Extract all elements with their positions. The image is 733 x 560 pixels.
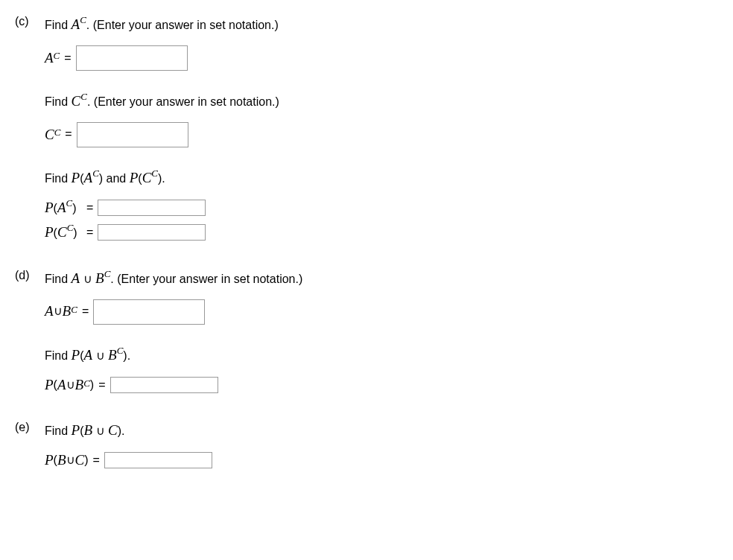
text: Find <box>45 424 72 437</box>
text: Find <box>45 95 72 108</box>
union: ∪ <box>80 273 95 285</box>
paren: ). <box>123 349 130 362</box>
input-pcc[interactable] <box>98 224 206 241</box>
var-P: P <box>72 422 80 438</box>
paren: ) <box>84 453 88 468</box>
part-c: (c) Find AC. (Enter your answer in set n… <box>15 15 718 263</box>
input-ac[interactable] <box>76 45 188 71</box>
var-C: C <box>108 422 118 438</box>
text: Find <box>45 19 72 31</box>
part-d: (d) Find A ∪ BC. (Enter your answer in s… <box>15 269 718 416</box>
lhs-var: A <box>45 49 54 68</box>
var-B: B <box>108 347 117 363</box>
paren: ). <box>118 424 125 437</box>
sup-C: C <box>92 168 99 179</box>
var-A: A <box>45 302 54 321</box>
sup-C: C <box>80 91 87 102</box>
lhs-sup: C <box>54 50 60 63</box>
text: . (Enter your answer in set notation.) <box>86 19 279 31</box>
prompt-c2: Find CC. (Enter your answer in set notat… <box>45 92 718 112</box>
part-d-content: Find A ∪ BC. (Enter your answer in set n… <box>45 269 718 416</box>
part-c-content: Find AC. (Enter your answer in set notat… <box>45 15 718 263</box>
paren: ) <box>73 226 77 239</box>
var-A: A <box>84 347 93 363</box>
part-c-label: (c) <box>15 15 45 28</box>
part-e: (e) Find P(B ∪ C). P(B ∪ C) = <box>15 421 718 490</box>
sup-C: C <box>80 14 86 25</box>
text: . (Enter your answer in set notation.) <box>110 273 302 285</box>
block-c2: Find CC. (Enter your answer in set notat… <box>45 92 718 147</box>
var-P: P <box>45 200 54 215</box>
paren: ) <box>72 202 76 214</box>
text: Find <box>45 172 72 185</box>
var-C: C <box>72 93 81 109</box>
var-A: A <box>72 270 80 286</box>
input-paubc[interactable] <box>110 377 218 393</box>
union: ∪ <box>54 304 63 319</box>
equals: = <box>86 225 93 241</box>
var-B: B <box>95 270 104 286</box>
var-B: B <box>84 422 93 438</box>
var-P: P <box>45 376 54 395</box>
paren: ) <box>90 378 94 393</box>
var-A: A <box>57 376 66 395</box>
equals: = <box>65 127 72 142</box>
block-d1: Find A ∪ BC. (Enter your answer in set n… <box>45 269 718 325</box>
equals: = <box>93 453 100 468</box>
var-P: P <box>72 170 80 185</box>
block-d2: Find P(A ∪ BC). P(A ∪ BC) = <box>45 346 718 395</box>
lhs-sup: C <box>54 127 61 139</box>
text: Find <box>45 349 72 362</box>
var-P: P <box>45 451 54 470</box>
var-B: B <box>75 376 84 395</box>
prompt-c1: Find AC. (Enter your answer in set notat… <box>45 15 718 35</box>
equation-row-c3a: P(AC) = <box>45 199 718 217</box>
prompt-c3: Find P(AC) and P(CC). <box>45 168 718 188</box>
var-A: A <box>72 16 80 32</box>
var-C: C <box>57 224 67 240</box>
var-C: C <box>75 451 85 470</box>
input-pbuc[interactable] <box>104 452 212 468</box>
union: ∪ <box>92 424 108 437</box>
text: and <box>103 172 130 185</box>
union: ∪ <box>92 349 108 362</box>
var-B: B <box>63 302 72 321</box>
equals: = <box>64 51 71 66</box>
sup-C: C <box>83 378 90 390</box>
equals: = <box>86 200 93 216</box>
input-cc[interactable] <box>77 122 188 147</box>
part-e-label: (e) <box>15 421 45 434</box>
equals: = <box>82 304 89 319</box>
part-d-label: (d) <box>15 269 45 282</box>
sup-C: C <box>117 345 124 356</box>
var-C: C <box>142 170 152 185</box>
union: ∪ <box>66 453 75 468</box>
part-e-content: Find P(B ∪ C). P(B ∪ C) = <box>45 421 718 490</box>
equation-row-c2: CC = <box>45 122 718 147</box>
prompt-e1: Find P(B ∪ C). <box>45 421 718 441</box>
sup-C: C <box>67 222 74 233</box>
input-aubc[interactable] <box>93 299 205 325</box>
var-P: P <box>45 224 54 240</box>
sup-C: C <box>151 168 158 179</box>
var-P: P <box>72 347 80 363</box>
var-A: A <box>57 200 66 215</box>
text: . (Enter your answer in set notation.) <box>87 95 279 108</box>
block-c3: Find P(AC) and P(CC). P(AC) = P(CC) = <box>45 168 718 242</box>
var-P: P <box>130 170 139 185</box>
union: ∪ <box>66 378 75 393</box>
input-pac[interactable] <box>98 200 206 216</box>
lhs-var: C <box>45 126 54 144</box>
sup-C: C <box>66 197 73 209</box>
paren: ). <box>158 172 165 185</box>
text: Find <box>45 273 72 285</box>
equation-row-c3b: P(CC) = <box>45 223 718 242</box>
var-A: A <box>84 170 93 185</box>
block-c1: Find AC. (Enter your answer in set notat… <box>45 15 718 71</box>
var-B: B <box>57 451 66 470</box>
equals: = <box>98 378 105 393</box>
prompt-d1: Find A ∪ BC. (Enter your answer in set n… <box>45 269 718 289</box>
equation-row-d1: A ∪ BC = <box>45 299 718 325</box>
prompt-d2: Find P(A ∪ BC). <box>45 346 718 366</box>
block-e1: Find P(B ∪ C). P(B ∪ C) = <box>45 421 718 469</box>
